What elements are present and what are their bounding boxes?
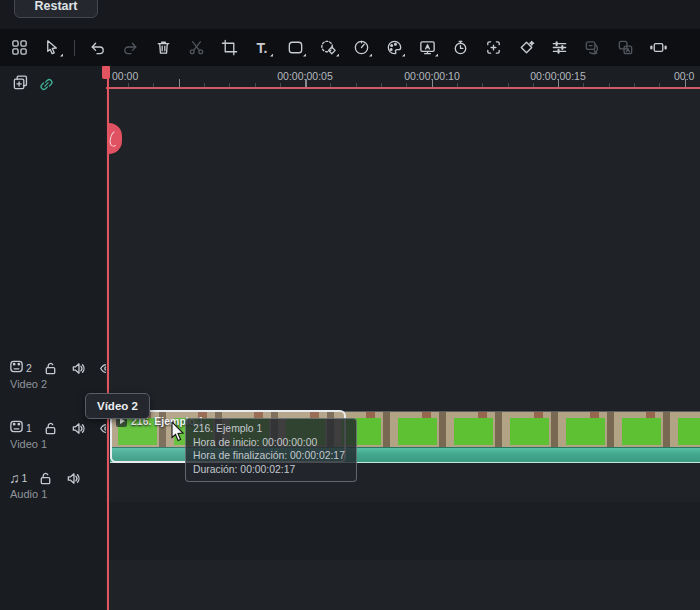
mask-icon[interactable] bbox=[284, 37, 306, 59]
speech-to-text-icon[interactable] bbox=[581, 37, 603, 59]
lock-icon[interactable] bbox=[38, 471, 53, 486]
timeline-toolbar: T. bbox=[0, 29, 700, 66]
text-tool-glyph: T. bbox=[257, 41, 268, 55]
track-label: Audio 1 bbox=[10, 488, 47, 500]
speed-icon[interactable] bbox=[350, 37, 372, 59]
chroma-key-icon[interactable] bbox=[317, 37, 339, 59]
mouse-cursor bbox=[171, 422, 186, 443]
top-bar: Restart bbox=[0, 0, 700, 29]
track-name-tooltip: Vídeo 2 bbox=[85, 393, 150, 419]
keyframe-icon[interactable] bbox=[515, 37, 537, 59]
speaker-icon[interactable] bbox=[71, 421, 86, 436]
link-icon[interactable] bbox=[36, 74, 56, 94]
track-label: Video 2 bbox=[10, 378, 47, 390]
caption-icon[interactable] bbox=[416, 37, 438, 59]
viewport-icon[interactable] bbox=[647, 37, 669, 59]
tooltip-duration: Duración: 00:00:02:17 bbox=[193, 463, 349, 477]
track-header-video-1: 1 Video 1 bbox=[0, 418, 106, 468]
timeline-area[interactable]: 216. Ejemplo 1 216. Ejemplo 1 Hora de in… bbox=[106, 89, 700, 610]
app-grid-icon[interactable] bbox=[8, 37, 30, 59]
ruler-label: 00:00:00:15 bbox=[530, 70, 585, 82]
adjustments-icon[interactable] bbox=[548, 37, 570, 59]
crop-icon[interactable] bbox=[218, 37, 240, 59]
text-to-speech-icon[interactable] bbox=[614, 37, 636, 59]
speaker-icon[interactable] bbox=[71, 361, 86, 376]
ruler-label: 00:00:00:10 bbox=[404, 70, 459, 82]
tooltip-end-time: Hora de finalización: 00:00:02:17 bbox=[193, 449, 349, 463]
tooltip-clip-name: 216. Ejemplo 1 bbox=[193, 422, 349, 436]
scissors-icon[interactable] bbox=[185, 37, 207, 59]
trash-icon[interactable] bbox=[152, 37, 174, 59]
track-number: 2 bbox=[26, 362, 32, 374]
timer-icon[interactable] bbox=[449, 37, 471, 59]
video-editor-window: Restart T. 2 bbox=[0, 0, 700, 610]
clip-info-tooltip: 216. Ejemplo 1 Hora de inicio: 00:00:00:… bbox=[185, 418, 357, 482]
add-track-icon[interactable] bbox=[10, 72, 30, 92]
track-number: 1 bbox=[26, 422, 32, 434]
track-label: Video 1 bbox=[10, 438, 47, 450]
audio-track-lane bbox=[106, 502, 700, 560]
track-number: 1 bbox=[22, 472, 28, 484]
playhead-top-marker[interactable] bbox=[102, 66, 110, 79]
text-tool-icon[interactable]: T. bbox=[251, 37, 273, 59]
redo-icon[interactable] bbox=[119, 37, 141, 59]
motion-tracking-icon[interactable] bbox=[482, 37, 504, 59]
track-panel: 2 Video 2 1 Video 1 ♫ 1 bbox=[0, 66, 107, 610]
color-palette-icon[interactable] bbox=[383, 37, 405, 59]
video-track-icon bbox=[9, 419, 24, 438]
audio-track-icon: ♫ bbox=[9, 471, 20, 485]
track-header-audio-1: ♫ 1 Audio 1 bbox=[0, 468, 106, 518]
lock-icon[interactable] bbox=[43, 361, 58, 376]
ruler-label: 00:0 bbox=[674, 70, 694, 82]
ruler-label: 00:00:00:05 bbox=[277, 70, 332, 82]
track-tooltip-text: Vídeo 2 bbox=[97, 400, 138, 412]
undo-icon[interactable] bbox=[86, 37, 108, 59]
pointer-tool-icon[interactable] bbox=[41, 37, 63, 59]
tooltip-start-time: Hora de inicio: 00:00:00:00 bbox=[193, 436, 349, 450]
ruler-label: 00:00 bbox=[112, 70, 138, 82]
lock-icon[interactable] bbox=[43, 421, 58, 436]
speaker-icon[interactable] bbox=[66, 471, 81, 486]
restart-button[interactable]: Restart bbox=[14, 0, 98, 18]
timeline-ruler[interactable]: 00:00 00:00:00:05 00:00:00:10 00:00:00:1… bbox=[106, 66, 700, 88]
toolbar-divider bbox=[74, 40, 75, 56]
video-track-icon bbox=[9, 359, 24, 378]
